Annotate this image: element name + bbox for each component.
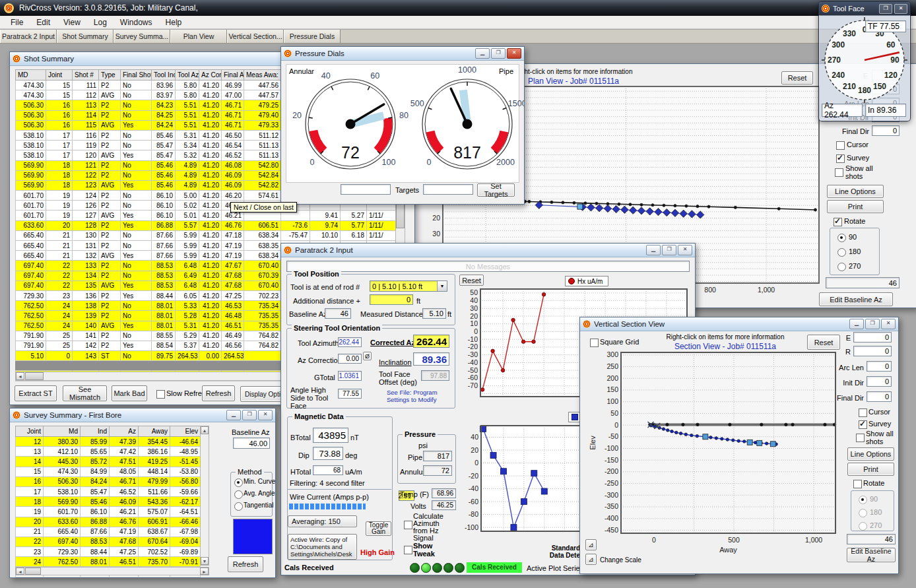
section-rotate-180-radio[interactable] bbox=[859, 509, 867, 517]
additional-distance-input[interactable]: 0 bbox=[370, 294, 413, 305]
avg-angle-radio[interactable] bbox=[234, 490, 243, 499]
section-edit-baseline-button[interactable]: Edit Baseline Az bbox=[847, 548, 896, 562]
toggle-gain-button[interactable]: Toggle Gain bbox=[366, 521, 391, 536]
close-icon[interactable]: ✕ bbox=[507, 48, 521, 59]
toolbar-vertical-section-button[interactable]: Vertical Section... bbox=[227, 30, 284, 43]
section-r-field[interactable]: 0 bbox=[853, 346, 892, 356]
pipe-target-input[interactable] bbox=[423, 184, 473, 195]
column-header[interactable]: Joint bbox=[46, 70, 73, 81]
line-color-swatch[interactable] bbox=[233, 519, 273, 554]
plan-rotate-90-radio[interactable] bbox=[837, 234, 846, 242]
tangential-radio[interactable] bbox=[234, 502, 243, 511]
toolbar-shot-summary-button[interactable]: Shot Summary bbox=[57, 30, 114, 43]
survey-baseline-az-input[interactable]: 46.00 bbox=[233, 438, 270, 449]
plan-survey-checkbox[interactable] bbox=[836, 154, 845, 163]
maximize-icon[interactable]: ❐ bbox=[865, 319, 880, 329]
table-row[interactable]: 17538.1085.4746.52511.66-59.66 bbox=[16, 486, 201, 496]
close-icon[interactable]: ✕ bbox=[258, 410, 273, 420]
column-header[interactable]: Md bbox=[44, 426, 81, 437]
scale-icon[interactable]: ⊿ bbox=[585, 539, 597, 550]
section-arclen-field[interactable]: 0 bbox=[867, 361, 892, 372]
table-row[interactable]: 20633.6086.8846.76606.91-66.46 bbox=[16, 517, 201, 527]
pressure-dials-titlebar[interactable]: Pressure Dials ▁ ❐ ✕ bbox=[281, 47, 524, 61]
averaging-button[interactable]: Averaging: 150 bbox=[288, 515, 357, 527]
survey-summary-header[interactable]: JointMdIndAzAwayElev bbox=[16, 426, 201, 437]
column-header[interactable]: Type bbox=[99, 70, 121, 81]
plan-rotate-checkbox[interactable] bbox=[834, 218, 842, 226]
table-row[interactable]: 12380.3085.9947.39354.45-46.64 bbox=[16, 437, 201, 447]
rod-dropdown[interactable]: 0 | 5.10 | 5.10 ft ▼ bbox=[370, 280, 447, 292]
menu-help[interactable]: Help bbox=[159, 16, 189, 28]
survey-summary-titlebar[interactable]: Survey Summary - First Bore ▁ ❐ ✕ bbox=[10, 408, 275, 422]
table-row[interactable]: 13412.1085.6547.42386.16-48.95 bbox=[16, 447, 201, 457]
table-row[interactable]: 601.7019127AVGYes86.105.0141.2046.219.41… bbox=[16, 211, 396, 220]
column-header[interactable]: Elev bbox=[170, 426, 201, 437]
section-rotate-270-radio[interactable] bbox=[859, 522, 867, 531]
toolbar-survey-summary-button[interactable]: Survey Summa... bbox=[114, 30, 170, 43]
tool-face-titlebar[interactable]: Tool Face ❐ ✕ bbox=[819, 2, 910, 15]
section-print-button[interactable]: Print bbox=[847, 463, 894, 476]
set-targets-button[interactable]: Set Targets bbox=[477, 183, 515, 197]
maximize-icon[interactable]: ❐ bbox=[242, 410, 257, 420]
table-row[interactable]: 14445.3085.7247.51419.25-51.45 bbox=[16, 457, 201, 467]
app-titlebar[interactable]: RivCross Version: 3.0.8.29165, Job: Mili… bbox=[0, 0, 916, 16]
extract-st-button[interactable]: Extract ST bbox=[15, 385, 57, 401]
section-line-options-button[interactable]: Line Options bbox=[847, 447, 894, 461]
section-survey-checkbox[interactable] bbox=[859, 420, 867, 429]
see-mismatch-button[interactable]: See Mismatch bbox=[63, 385, 107, 401]
plan-line-options-button[interactable]: Line Options bbox=[827, 185, 884, 198]
plan-cursor-checkbox[interactable] bbox=[836, 141, 845, 150]
table-row[interactable]: 665.4021130P2No87.665.9941.2047.18638.34… bbox=[16, 230, 396, 240]
minimize-icon[interactable]: ▁ bbox=[226, 410, 241, 420]
minimize-icon[interactable]: ▁ bbox=[849, 319, 864, 329]
section-e-field[interactable]: 0 bbox=[853, 332, 892, 343]
maximize-icon[interactable]: ❐ bbox=[662, 245, 676, 255]
menu-file[interactable]: File bbox=[4, 16, 30, 28]
minimize-icon[interactable]: ▁ bbox=[475, 48, 490, 59]
plan-reset-button[interactable]: Reset bbox=[781, 71, 813, 84]
table-row[interactable]: 18569.9085.4646.09543.36-62.17 bbox=[16, 497, 201, 507]
menu-view[interactable]: View bbox=[57, 16, 87, 28]
calc-azimuth-checkbox[interactable] bbox=[404, 521, 412, 529]
table-row[interactable]: 23729.3088.4447.25702.52-69.89 bbox=[16, 547, 201, 557]
toolbar-plan-view-button[interactable]: Plan View bbox=[170, 30, 227, 43]
az-correction-input[interactable]: 0.00 bbox=[338, 354, 362, 364]
column-header[interactable]: Final A: bbox=[222, 70, 244, 81]
menu-log[interactable]: Log bbox=[87, 16, 114, 28]
column-header[interactable]: Az bbox=[110, 426, 139, 437]
slow-refresh-checkbox[interactable] bbox=[156, 390, 165, 399]
square-grid-checkbox[interactable] bbox=[590, 339, 599, 347]
section-initdir-field[interactable]: 0 bbox=[867, 376, 892, 387]
phi-button[interactable]: Ø bbox=[363, 352, 372, 360]
column-header[interactable]: Tool Az bbox=[176, 70, 199, 81]
show-tweak-checkbox[interactable] bbox=[404, 546, 412, 554]
menu-edit[interactable]: Edit bbox=[30, 16, 57, 28]
table-row[interactable]: 633.6020128P2Yes86.885.5741.2046.76606.5… bbox=[16, 220, 396, 230]
minimize-icon[interactable]: ▁ bbox=[646, 245, 661, 255]
section-rotate-checkbox[interactable] bbox=[853, 480, 862, 488]
maximize-icon[interactable]: ❐ bbox=[491, 48, 506, 59]
section-cursor-checkbox[interactable] bbox=[859, 408, 867, 417]
column-header[interactable]: MD bbox=[16, 70, 46, 81]
table-row[interactable]: 19601.7086.1046.21575.07-64.51 bbox=[16, 507, 201, 517]
section-rotate-90-radio[interactable] bbox=[859, 496, 867, 504]
column-header[interactable]: Shot # bbox=[73, 70, 99, 81]
survey-table-vscrollbar[interactable]: ▲ ▼ bbox=[200, 426, 209, 566]
refresh-button[interactable]: Refresh bbox=[202, 385, 235, 401]
vertical-section-titlebar[interactable]: Vertical Section View ▁ ❐ ✕ bbox=[580, 317, 898, 331]
active-wire-button[interactable]: Active Wire: Copy of C:\Documents and Se… bbox=[288, 534, 357, 560]
close-icon[interactable]: ✕ bbox=[894, 4, 907, 14]
table-row[interactable]: 21665.4087.6647.19638.67-67.98 bbox=[16, 527, 201, 537]
column-header[interactable]: Az Cor bbox=[199, 70, 222, 81]
plan-rotate-270-radio[interactable] bbox=[837, 263, 846, 271]
table-row[interactable]: 22697.4088.5347.68670.64-69.04 bbox=[16, 537, 201, 546]
plan-print-button[interactable]: Print bbox=[827, 200, 884, 213]
close-icon[interactable]: ✕ bbox=[881, 319, 896, 329]
mark-bad-button[interactable]: Mark Bad bbox=[112, 385, 147, 401]
plan-show-all-shots-checkbox[interactable] bbox=[835, 168, 843, 177]
plan-edit-baseline-az-button[interactable]: Edit Baseline Az bbox=[819, 292, 893, 306]
table-row[interactable]: 15474.3084.9948.05448.14-53.80 bbox=[16, 467, 201, 476]
min-curve-radio[interactable] bbox=[234, 478, 243, 487]
section-show-all-checkbox[interactable] bbox=[856, 434, 865, 442]
table-row[interactable]: 16506.3084.2446.71479.99-56.80 bbox=[16, 476, 201, 486]
